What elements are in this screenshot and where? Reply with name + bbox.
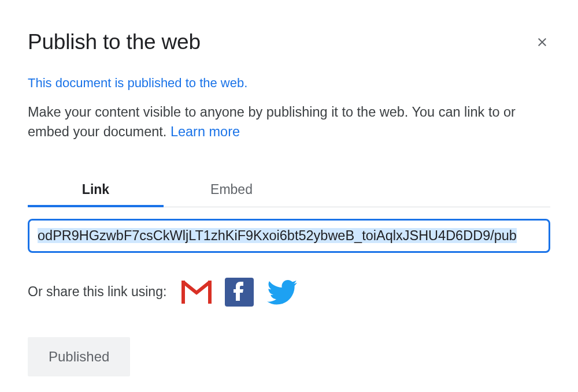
tabs: Link Embed xyxy=(28,171,550,207)
learn-more-link[interactable]: Learn more xyxy=(171,124,240,139)
share-twitter-button[interactable] xyxy=(267,277,297,307)
share-facebook-button[interactable] xyxy=(224,277,254,307)
publish-dialog: Publish to the web This document is publ… xyxy=(0,0,578,376)
dialog-description: Make your content visible to anyone by p… xyxy=(28,102,550,141)
close-icon xyxy=(535,35,549,49)
dialog-header: Publish to the web xyxy=(28,30,550,54)
share-label: Or share this link using: xyxy=(28,284,166,300)
publish-url-text: odPR9HGzwbF7csCkWljLT1zhKiF9Kxoi6bt52ybw… xyxy=(38,228,517,243)
facebook-icon xyxy=(225,278,254,307)
svg-rect-3 xyxy=(208,281,212,304)
tab-link[interactable]: Link xyxy=(28,171,164,207)
gmail-icon xyxy=(181,281,212,304)
tab-embed[interactable]: Embed xyxy=(164,171,299,207)
twitter-icon xyxy=(267,278,297,306)
dialog-title: Publish to the web xyxy=(28,30,201,54)
publish-url-input[interactable]: odPR9HGzwbF7csCkWljLT1zhKiF9Kxoi6bt52ybw… xyxy=(28,219,550,253)
share-gmail-button[interactable] xyxy=(181,277,212,307)
share-row: Or share this link using: xyxy=(28,277,550,307)
svg-rect-2 xyxy=(181,281,185,304)
description-text: Make your content visible to anyone by p… xyxy=(28,104,516,139)
publish-status: This document is published to the web. xyxy=(28,75,550,92)
published-button[interactable]: Published xyxy=(28,337,130,376)
close-button[interactable] xyxy=(534,34,550,50)
